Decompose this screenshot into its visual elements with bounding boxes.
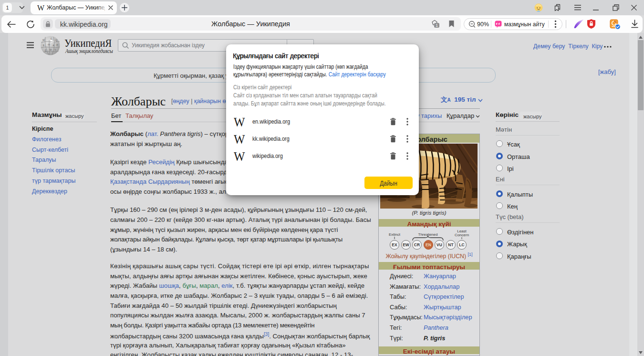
svg-text:Concern: Concern (455, 233, 469, 237)
svg-text:EW: EW (403, 242, 410, 247)
svg-text:Ф: Ф (50, 48, 52, 51)
svg-text:S: S (54, 48, 56, 51)
svg-text:Q: Q (55, 39, 57, 42)
svg-text:Extinct: Extinct (389, 232, 401, 237)
svg-text:Б: Б (43, 44, 44, 47)
svg-text:NT: NT (448, 242, 454, 247)
svg-text:LC: LC (459, 242, 464, 247)
svg-text:VU: VU (436, 242, 442, 247)
svg-text:EN: EN (426, 242, 431, 247)
svg-text:CR: CR (414, 242, 420, 247)
svg-text:中: 中 (48, 43, 51, 46)
svg-text:A: A (52, 44, 54, 47)
svg-text:1: 1 (436, 23, 438, 28)
svg-text:Ω: Ω (51, 37, 52, 40)
svg-text:W: W (42, 39, 45, 42)
svg-text:И: И (56, 43, 58, 46)
svg-text:EX: EX (392, 242, 397, 247)
